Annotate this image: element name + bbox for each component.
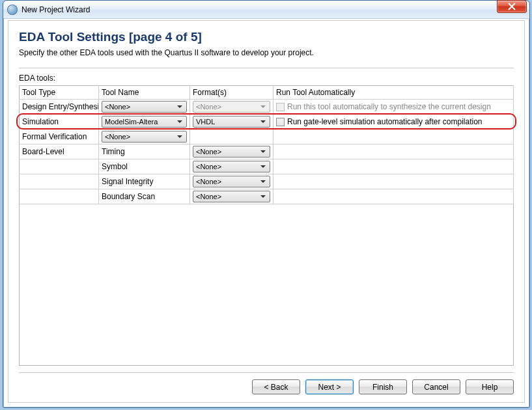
chevron-down-icon — [258, 177, 268, 186]
timing-format-dropdown[interactable]: <None> — [193, 146, 270, 157]
app-icon — [7, 5, 18, 15]
table-empty-area — [19, 204, 514, 366]
next-button[interactable]: Next > — [305, 379, 354, 394]
signal-integrity-format-dropdown[interactable]: <None> — [193, 176, 270, 187]
eda-tools-table-wrap: Tool Type Tool Name Format(s) Run Tool A… — [19, 85, 514, 204]
cell-sub: Timing — [99, 144, 190, 159]
chevron-down-icon — [258, 102, 268, 111]
section-label: EDA tools: — [19, 74, 514, 83]
row-simulation: Simulation ModelSim-Altera VHDL — [20, 115, 514, 130]
simulation-tool-dropdown[interactable]: ModelSim-Altera — [102, 116, 187, 128]
design-entry-tool-dropdown[interactable]: <None> — [102, 101, 187, 113]
dropdown-value: VHDL — [196, 118, 215, 126]
chevron-down-icon — [258, 117, 268, 126]
chevron-down-icon — [175, 132, 185, 141]
cell-type: Simulation — [20, 115, 99, 130]
row-formal-verification: Formal Verification <None> — [20, 130, 514, 144]
back-button[interactable]: < Back — [252, 379, 300, 394]
boundary-scan-format-dropdown[interactable]: <None> — [193, 191, 270, 202]
page-subtitle: Specify the other EDA tools used with th… — [19, 48, 514, 57]
dropdown-value: <None> — [196, 103, 221, 111]
cell-sub: Boundary Scan — [99, 189, 190, 204]
symbol-format-dropdown[interactable]: <None> — [193, 161, 270, 172]
dropdown-value: <None> — [196, 178, 221, 185]
cell-sub: Symbol — [99, 159, 190, 174]
table-header-row: Tool Type Tool Name Format(s) Run Tool A… — [20, 86, 514, 100]
row-board-level-timing: Board-Level Timing <None> — [20, 144, 514, 159]
simulation-auto-label: Run gate-level simulation automatically … — [287, 117, 482, 126]
finish-button[interactable]: Finish — [359, 379, 407, 394]
design-entry-format-dropdown: <None> — [193, 101, 270, 113]
chevron-down-icon — [175, 102, 185, 111]
dropdown-value: <None> — [196, 163, 221, 171]
dropdown-value: <None> — [196, 148, 221, 156]
close-icon — [508, 3, 516, 10]
col-tool-type: Tool Type — [20, 86, 99, 100]
cell-sub: Signal Integrity — [99, 174, 190, 189]
chevron-down-icon — [258, 147, 268, 156]
divider — [19, 68, 514, 68]
cell-type: Formal Verification — [20, 130, 99, 144]
page-heading: EDA Tool Settings [page 4 of 5] — [19, 30, 514, 44]
cell-type: Board-Level — [20, 144, 99, 159]
dropdown-value: <None> — [105, 103, 130, 111]
formal-verification-tool-dropdown[interactable]: <None> — [102, 131, 187, 143]
chevron-down-icon — [258, 162, 268, 171]
chevron-down-icon — [258, 192, 268, 201]
client-area: EDA Tool Settings [page 4 of 5] Specify … — [8, 20, 525, 403]
row-board-level-boundary-scan: Boundary Scan <None> — [20, 189, 514, 204]
col-tool-name: Tool Name — [99, 86, 190, 100]
simulation-auto-checkbox[interactable] — [276, 118, 285, 126]
row-board-level-signal-integrity: Signal Integrity <None> — [20, 174, 514, 189]
titlebar: New Project Wizard — [3, 1, 529, 19]
cell-type: Design Entry/Synthesis — [20, 100, 99, 115]
chevron-down-icon — [175, 117, 185, 126]
eda-tools-table: Tool Type Tool Name Format(s) Run Tool A… — [19, 85, 514, 204]
col-formats: Format(s) — [190, 86, 273, 100]
help-button[interactable]: Help — [466, 379, 514, 394]
wizard-window: New Project Wizard EDA Tool Settings [pa… — [3, 0, 530, 408]
close-button[interactable] — [497, 0, 527, 13]
window-title: New Project Wizard — [21, 5, 90, 14]
col-run-auto: Run Tool Automatically — [273, 86, 514, 100]
simulation-format-dropdown[interactable]: VHDL — [193, 116, 270, 128]
dropdown-value: <None> — [105, 133, 130, 141]
row-design-entry: Design Entry/Synthesis <None> <None> — [20, 100, 514, 115]
cancel-button[interactable]: Cancel — [412, 379, 460, 394]
dropdown-value: ModelSim-Altera — [105, 118, 158, 126]
design-entry-auto-label: Run this tool automatically to synthesiz… — [287, 102, 491, 111]
row-board-level-symbol: Symbol <None> — [20, 159, 514, 174]
design-entry-auto-checkbox — [276, 103, 285, 111]
wizard-footer: < Back Next > Finish Cancel Help — [19, 372, 514, 394]
dropdown-value: <None> — [196, 193, 221, 200]
